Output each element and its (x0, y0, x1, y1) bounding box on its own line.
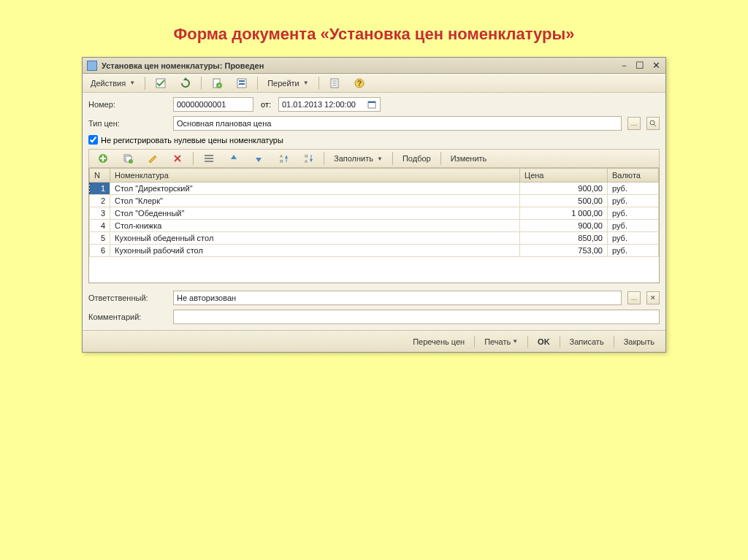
col-header-price[interactable]: Цена (520, 169, 608, 183)
from-label: от: (261, 100, 271, 109)
separator (324, 152, 324, 165)
table-row[interactable]: 1Стол "Директорский"900,00руб. (90, 183, 659, 195)
refresh-icon (180, 77, 191, 89)
refresh-button[interactable] (175, 76, 196, 91)
bottom-toolbar: Перечень цен Печать▼ OK Записать Закрыть (83, 330, 665, 352)
change-label: Изменить (451, 154, 487, 163)
chevron-down-icon: ▼ (512, 338, 518, 345)
table-row[interactable]: 4Стол-книжка900,00руб. (90, 220, 659, 232)
svg-rect-6 (239, 80, 245, 82)
fill-label: Заполнить (334, 154, 373, 163)
separator (474, 336, 475, 348)
grid-toolbar: AЯ ЯA Заполнить▼ Подбор Изменить (88, 149, 660, 168)
col-header-currency[interactable]: Валюта (608, 169, 659, 183)
edit-row-button[interactable] (142, 151, 164, 166)
copy-icon (122, 153, 134, 164)
items-grid[interactable]: N Номенклатура Цена Валюта 1Стол "Директ… (88, 168, 660, 283)
separator (145, 77, 145, 90)
report-button[interactable] (324, 76, 346, 91)
maximize-icon[interactable]: ☐ (635, 61, 645, 71)
responsible-value: Не авторизован (177, 294, 618, 302)
pick-button[interactable]: Подбор (397, 151, 436, 166)
actions-label: Действия (91, 79, 126, 88)
separator (193, 152, 194, 165)
col-header-name[interactable]: Номенклатура (110, 169, 520, 183)
price-type-field[interactable]: Основная плановая цена (173, 116, 622, 131)
document-icon (87, 61, 97, 71)
date-field[interactable]: 01.01.2013 12:00:00 (278, 97, 381, 112)
table-row[interactable]: 3Стол "Обеденный"1 000,00руб. (90, 207, 659, 220)
table-row[interactable]: 5Кухонный обеденный стол850,00руб. (90, 232, 659, 245)
price-list-button[interactable]: Перечень цен (406, 334, 471, 349)
sort-asc-button[interactable]: AЯ (272, 151, 294, 166)
slide-title: Форма документа «Установка цен номенклат… (0, 0, 748, 57)
close-icon[interactable]: ✕ (651, 61, 661, 71)
add-row-button[interactable] (92, 151, 114, 166)
help-button[interactable]: ? (348, 76, 370, 91)
ellipsis-button[interactable]: … (627, 117, 641, 130)
svg-marker-30 (256, 158, 262, 162)
chevron-down-icon: ▼ (129, 80, 135, 86)
pencil-icon (147, 153, 159, 164)
structure-icon (236, 77, 248, 89)
goto-menu[interactable]: Перейти ▼ (262, 76, 314, 91)
clear-button[interactable]: ✕ (646, 291, 660, 304)
structure-button[interactable] (231, 76, 253, 91)
price-type-label: Тип цен: (88, 119, 169, 128)
post-button[interactable] (150, 76, 172, 91)
svg-marker-1 (183, 77, 188, 80)
separator (440, 152, 441, 165)
move-up-button[interactable] (223, 151, 245, 166)
col-header-n[interactable]: N (90, 169, 110, 183)
titlebar: Установка цен номенклатуры: Проведен － ☐… (83, 58, 665, 74)
report-icon (329, 77, 340, 89)
sort-asc-icon: AЯ (278, 153, 289, 164)
svg-rect-15 (368, 101, 375, 103)
plus-icon (97, 153, 109, 164)
save-button[interactable]: Записать (563, 334, 611, 349)
change-button[interactable]: Изменить (446, 151, 492, 166)
new-from-button[interactable]: + (206, 76, 228, 91)
ellipsis-button[interactable]: … (627, 291, 641, 304)
print-menu[interactable]: Печать▼ (478, 334, 524, 349)
svg-text:Я: Я (280, 159, 283, 164)
number-field[interactable]: 00000000001 (173, 97, 253, 112)
copy-row-button[interactable] (117, 151, 139, 166)
suppress-zero-checkbox[interactable] (88, 135, 98, 145)
separator (201, 77, 202, 90)
chevron-down-icon: ▼ (377, 156, 383, 162)
svg-line-17 (654, 124, 656, 126)
responsible-field[interactable]: Не авторизован (173, 291, 622, 305)
new-doc-icon: + (211, 77, 223, 89)
separator (392, 152, 393, 165)
svg-point-23 (129, 159, 133, 164)
ok-button[interactable]: OK (531, 334, 557, 349)
number-label: Номер: (88, 100, 169, 109)
main-toolbar: Действия ▼ + Перейти ▼ ? (83, 74, 665, 93)
settings-button[interactable] (198, 151, 220, 166)
sort-desc-button[interactable]: ЯA (297, 151, 319, 166)
separator (560, 336, 560, 348)
svg-rect-26 (205, 155, 213, 156)
minimize-icon[interactable]: － (619, 61, 629, 71)
separator (318, 77, 319, 90)
search-button[interactable] (646, 117, 660, 130)
fill-menu[interactable]: Заполнить▼ (329, 151, 388, 166)
goto-label: Перейти (267, 79, 299, 88)
move-down-button[interactable] (248, 151, 270, 166)
separator (257, 77, 258, 90)
arrow-up-icon (228, 153, 240, 164)
svg-text:A: A (280, 154, 283, 158)
chevron-down-icon: ▼ (303, 80, 309, 86)
suppress-zero-label: Не регистрировать нулевые цены номенклат… (101, 136, 283, 145)
delete-icon (172, 153, 183, 164)
svg-rect-28 (205, 161, 213, 162)
svg-rect-7 (239, 83, 245, 85)
calendar-icon[interactable] (367, 99, 377, 110)
table-row[interactable]: 6Кухонный рабочий стол753,00руб. (90, 245, 659, 257)
actions-menu[interactable]: Действия ▼ (85, 76, 140, 91)
close-button[interactable]: Закрыть (617, 334, 661, 349)
delete-row-button[interactable] (167, 151, 188, 166)
table-row[interactable]: 2Стол "Клерк"500,00руб. (90, 195, 659, 207)
comment-field[interactable] (173, 310, 660, 324)
